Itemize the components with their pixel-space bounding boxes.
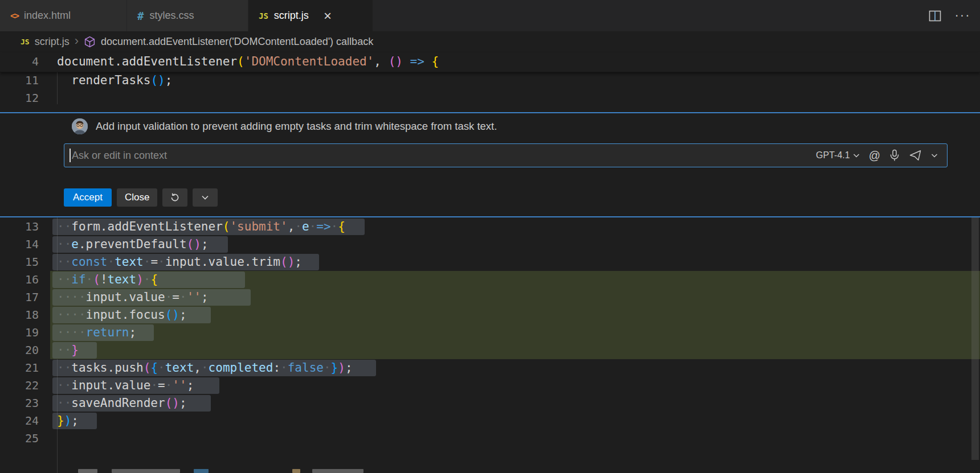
vscode-window: <> index.html # styles.css JS script.js … xyxy=(0,0,980,473)
token-p1: ( xyxy=(223,220,230,233)
line-number[interactable]: 24 xyxy=(0,412,39,430)
chevron-down-icon xyxy=(201,195,209,200)
token-id: ; xyxy=(165,73,173,87)
whitespace-dots: · xyxy=(158,361,165,375)
send-dropdown-icon[interactable] xyxy=(931,153,938,158)
model-label: GPT-4.1 xyxy=(816,150,850,161)
whitespace-dots: · xyxy=(144,255,151,269)
code-text: ··const·text·=·input.value.trim(); xyxy=(57,253,302,271)
code-line-22[interactable]: 22··input.value·=·''; xyxy=(0,377,980,394)
accept-button[interactable]: Accept xyxy=(64,188,112,207)
line-number[interactable]: 20 xyxy=(0,342,39,359)
token-id: , xyxy=(288,220,295,233)
token-id: ; xyxy=(295,255,302,269)
code-text: ··saveAndRender(); xyxy=(57,394,187,412)
code-line-12[interactable]: 12 xyxy=(0,89,980,107)
code-text: ··input.value·=·''; xyxy=(57,377,194,394)
rerun-request-button[interactable] xyxy=(162,188,187,207)
token-var: text xyxy=(108,273,137,286)
token-id: input.value xyxy=(86,290,165,304)
code-line-20[interactable]: 20··} xyxy=(0,342,980,359)
code-line-21[interactable]: 21··tasks.push({·text,·completed:·false·… xyxy=(0,359,980,377)
token-var: text xyxy=(165,361,194,375)
attach-context-icon[interactable]: @ xyxy=(869,149,880,162)
more-options-button[interactable] xyxy=(193,188,218,207)
diff-added-line-background xyxy=(50,324,980,342)
code-line-14[interactable]: 14··e.preventDefault(); xyxy=(0,236,980,253)
code-line-15[interactable]: 15··const·text·=·input.value.trim(); xyxy=(0,253,980,271)
line-number[interactable]: 13 xyxy=(0,218,39,236)
whitespace-dots: · xyxy=(165,379,173,392)
token-id: , xyxy=(194,361,201,375)
code-line-24[interactable]: 24}); xyxy=(0,412,980,430)
line-number[interactable]: 25 xyxy=(0,430,39,447)
line-number[interactable]: 16 xyxy=(0,271,39,289)
chat-input-toolbar: GPT-4.1 @ xyxy=(816,149,947,162)
partial-line-glyphs xyxy=(112,469,180,473)
token-id: .preventDefault xyxy=(79,237,187,251)
sticky-scroll[interactable]: 4document.addEventListener('DOMContentLo… xyxy=(0,52,980,72)
whitespace-dots: ···· xyxy=(57,326,86,339)
token-p1: { xyxy=(338,220,345,233)
token-kw: return xyxy=(86,326,129,339)
line-number[interactable]: 19 xyxy=(0,324,39,342)
close-button[interactable]: Close xyxy=(117,188,157,207)
token-id: ; xyxy=(201,237,209,251)
token-id: , xyxy=(374,55,381,68)
partial-line-glyphs xyxy=(78,469,97,473)
token-id: = xyxy=(158,379,165,392)
token-kw: if xyxy=(71,273,85,286)
line-number[interactable]: 14 xyxy=(0,236,39,253)
whitespace-dots: ·· xyxy=(57,343,71,357)
send-icon[interactable] xyxy=(909,150,922,161)
chevron-down-icon xyxy=(853,153,860,158)
code-line-18[interactable]: 18····input.focus(); xyxy=(0,306,980,324)
whitespace-dots: · xyxy=(280,361,288,375)
token-id: input.focus xyxy=(86,308,165,322)
whitespace-dots: · xyxy=(309,220,317,233)
line-number[interactable]: 18 xyxy=(0,306,39,324)
token-kw: false xyxy=(288,361,324,375)
text-caret xyxy=(70,149,71,162)
whitespace-dots: · xyxy=(150,379,158,392)
line-number[interactable]: 22 xyxy=(0,377,39,394)
token-p3: { xyxy=(150,361,158,375)
whitespace-dots: ·· xyxy=(57,255,71,269)
line-number[interactable]: 21 xyxy=(0,359,39,377)
inline-chat-widget: Add input validation to prevent adding e… xyxy=(0,112,980,217)
code-line-11[interactable]: 11 renderTasks(); xyxy=(0,72,980,89)
token-id: input.value xyxy=(71,379,150,392)
token-p2: } xyxy=(71,343,79,357)
code-line-23[interactable]: 23··saveAndRender(); xyxy=(0,394,980,412)
whitespace-dots: · xyxy=(165,290,173,304)
whitespace-dots: ·· xyxy=(57,396,71,410)
chat-input[interactable]: Ask or edit in context GPT-4.1 @ xyxy=(64,143,948,167)
code-line-13[interactable]: 13··form.addEventListener('submit',·e·=>… xyxy=(0,218,980,236)
whitespace-dots xyxy=(57,73,71,87)
line-number[interactable]: 15 xyxy=(0,253,39,271)
line-number[interactable]: 12 xyxy=(0,89,39,107)
whitespace-dots: ·· xyxy=(57,379,71,392)
user-avatar xyxy=(72,118,88,134)
code-line-17[interactable]: 17····input.value·=·''; xyxy=(0,289,980,306)
line-number[interactable]: 23 xyxy=(0,394,39,412)
code-line-16[interactable]: 16··if·(!text)·{ xyxy=(0,271,980,289)
line-number[interactable]: 4 xyxy=(0,53,39,71)
token-var: completed xyxy=(209,361,273,375)
whitespace-dots: · xyxy=(179,290,187,304)
token-str: 'DOMContentLoaded' xyxy=(244,55,374,68)
token-p1: } xyxy=(57,414,64,427)
token-id: form.addEventListener xyxy=(71,220,223,233)
microphone-icon[interactable] xyxy=(889,149,900,162)
model-picker[interactable]: GPT-4.1 xyxy=(816,150,860,161)
line-number[interactable]: 17 xyxy=(0,289,39,306)
token-p2: () xyxy=(389,55,403,68)
token-p1: { xyxy=(432,55,439,68)
code-line-19[interactable]: 19····return; xyxy=(0,324,980,342)
code-line-4[interactable]: 4document.addEventListener('DOMContentLo… xyxy=(0,53,980,71)
code-line-25[interactable]: 25 xyxy=(0,430,980,447)
token-p3: () xyxy=(150,73,165,87)
line-number[interactable]: 11 xyxy=(0,72,39,89)
code-text: renderTasks(); xyxy=(57,72,172,89)
token-id: ; xyxy=(71,414,79,427)
